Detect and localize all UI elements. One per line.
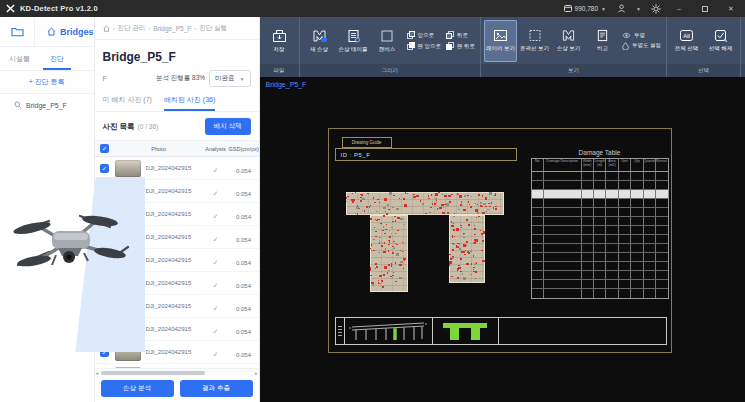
title-block-side-label: [336, 318, 345, 344]
deselect-icon: [714, 29, 728, 42]
drone-illustration: [0, 177, 145, 352]
ribbon-group-select: All 전체 선택 선택 해제: [667, 17, 741, 77]
analysis-check-icon: ✓: [213, 282, 219, 289]
damage-table-button[interactable]: 손상 테이블: [337, 20, 370, 62]
minimize-button[interactable]: –: [671, 2, 687, 15]
chevron-down-icon[interactable]: ▼: [636, 6, 641, 12]
gsd-value: 0.054: [236, 168, 251, 174]
title-block-empty-cell: [499, 318, 666, 344]
bring-to-front-button[interactable]: 맨 앞으로: [407, 42, 442, 50]
analysis-check-icon: ✓: [213, 213, 219, 220]
scrollbar-thumb[interactable]: [101, 371, 205, 375]
status-dropdown[interactable]: 미완료 ▼: [209, 70, 250, 87]
ribbon-group-draw: 새 손상 손상 테이블: [300, 17, 482, 77]
sheet-guide-tab: Drawing Guide: [342, 137, 392, 148]
pier-shape-icon: [440, 320, 490, 342]
opacity-setting-button[interactable]: 투명도 설정: [622, 42, 661, 50]
gear-icon[interactable]: [651, 4, 661, 14]
tab-placed-photos[interactable]: 배치된 사진 (36): [164, 95, 215, 111]
sidebar-tab-diagnosis[interactable]: 진단: [47, 54, 67, 70]
folder-icon[interactable]: [11, 26, 24, 37]
row-checkbox[interactable]: ✓: [100, 164, 109, 173]
send-to-back-button[interactable]: 맨 뒤로: [446, 42, 475, 50]
scroll-right-icon[interactable]: ▸: [255, 370, 258, 376]
breadcrumb-item[interactable]: 진단 관리: [118, 24, 146, 33]
credit-card-icon: [564, 5, 572, 12]
sidebar-tab-facility[interactable]: 시설물: [6, 54, 33, 70]
send-backward-icon: [446, 31, 454, 39]
gsd-value: 0.054: [236, 329, 251, 335]
compare-button[interactable]: 비교: [586, 20, 619, 62]
app-logo-icon: [6, 4, 15, 13]
damage-table-title: Damage Table: [531, 149, 669, 156]
sheet-title-block: [335, 317, 667, 345]
pier-orthophoto[interactable]: [346, 192, 506, 294]
breadcrumb-item[interactable]: 진단 실행: [199, 24, 227, 33]
close-button[interactable]: ✕: [723, 2, 739, 15]
breadcrumb: › 진단 관리 › Bridge_P5_F › 진단 실행: [95, 17, 259, 40]
damage-analysis-button[interactable]: 손상 분석: [101, 380, 174, 397]
save-icon: [272, 29, 287, 43]
bring-forward-button[interactable]: 앞으로: [407, 31, 442, 39]
gsd-value: 0.054: [236, 352, 251, 358]
maximize-button[interactable]: [697, 2, 713, 15]
extract-results-button[interactable]: 결과 추출: [180, 380, 253, 397]
credit-counter[interactable]: 990,780 ▼: [564, 5, 606, 12]
photo-filename: DJI_2024042915: [146, 165, 200, 171]
meta-left-text: F: [103, 74, 108, 83]
select-all-button[interactable]: All 전체 선택: [670, 20, 703, 62]
search-icon: [14, 101, 22, 109]
pier-type-thumbnail[interactable]: [433, 318, 499, 344]
photo-filename: DJI_2024042915: [146, 303, 200, 309]
gsd-value: 0.054: [236, 260, 251, 266]
app-title: KD-Detect Pro v1.2.0: [20, 4, 98, 13]
eye-icon: [622, 32, 631, 39]
analysis-check-icon: ✓: [213, 236, 219, 243]
pier-left-column: [370, 215, 408, 292]
droplet-icon: [622, 42, 629, 50]
drawing-canvas[interactable]: Bridge_P5_F Drawing Guide ID : P5_F Dama…: [260, 77, 745, 402]
register-diagnosis-button[interactable]: + 진단 등록: [0, 71, 94, 94]
delete-placement-button[interactable]: 배치 삭제: [205, 118, 251, 135]
horizontal-scrollbar[interactable]: ◂ ▸: [95, 368, 259, 376]
select-all-checkbox[interactable]: ✓: [100, 144, 109, 153]
save-button[interactable]: 저장: [263, 20, 296, 62]
photo-filename: DJI_2024042915: [146, 234, 200, 240]
layer-view-button[interactable]: 레이어 보기: [484, 20, 517, 62]
damage-table: Damage Table NoDamage DescriptionWidth (…: [531, 149, 669, 299]
damage-view-icon: [561, 29, 576, 42]
chevron-down-icon: ▼: [601, 6, 606, 12]
gsd-value: 0.054: [236, 214, 251, 220]
canvas-button[interactable]: 캔버스: [371, 20, 404, 62]
breadcrumb-item[interactable]: Bridge_P5_F: [153, 25, 191, 32]
pier-cap-beam: [346, 192, 504, 215]
titlebar: KD-Detect Pro v1.2.0 990,780 ▼ ▼: [0, 0, 745, 17]
photo-filename: DJI_2024042915: [146, 211, 200, 217]
outline-view-icon: [528, 29, 542, 42]
deselect-button[interactable]: 선택 해제: [704, 20, 737, 62]
photo-thumbnail[interactable]: [115, 160, 141, 177]
photo-filename: DJI_2024042915: [146, 257, 200, 263]
workspace: 저장 파일 새 손상: [260, 17, 745, 402]
tab-unplaced-photos[interactable]: 미 배치 사진 (7): [103, 95, 152, 111]
analysis-progress-label: 분석 진행률 83%: [156, 74, 205, 83]
user-icon[interactable]: [616, 4, 626, 14]
new-damage-button[interactable]: 새 손상: [303, 20, 336, 62]
send-backward-button[interactable]: 뒤로: [446, 31, 475, 39]
bring-forward-icon: [407, 31, 415, 39]
photo-filename: DJI_2024042915: [146, 349, 200, 355]
bridge-elevation-icon: [346, 319, 430, 343]
bridge-elevation-thumbnail[interactable]: [345, 318, 433, 344]
canvas-tab[interactable]: Bridge_P5_F: [266, 81, 307, 88]
gsd-value: 0.054: [236, 283, 251, 289]
home-icon[interactable]: [103, 25, 110, 32]
pier-right-column: [449, 215, 485, 283]
transparency-toggle[interactable]: 투명: [622, 32, 661, 39]
page-title: Bridge_P5_F: [95, 40, 259, 66]
damage-view-button[interactable]: 손상 보기: [552, 20, 585, 62]
diagnosis-list-item[interactable]: Bridge_P5_F: [0, 94, 94, 116]
analysis-check-icon: ✓: [213, 167, 219, 174]
scroll-left-icon[interactable]: ◂: [96, 370, 99, 376]
gsd-value: 0.054: [236, 191, 251, 197]
outline-view-button[interactable]: 윤곽선 보기: [518, 20, 551, 62]
